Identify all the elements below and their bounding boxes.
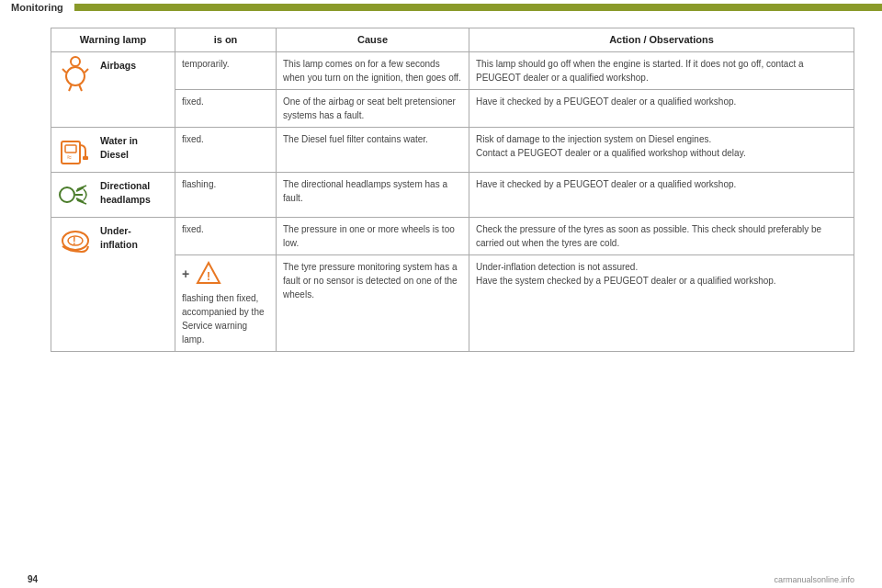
svg-line-5 [79,85,82,91]
action-cell: Risk of damage to the injection system o… [469,128,854,173]
cause-cell: The Diesel fuel filter contains water. [277,128,469,173]
page-number: 94 [28,574,38,584]
lamp-cell-directional: Directionalheadlamps [51,173,175,218]
lamp-label-water-diesel: Water in Diesel [100,132,168,161]
lamp-label-directional: Directionalheadlamps [100,177,151,206]
ison-cell: flashing. [175,173,277,218]
action-cell: Have it checked by a PEUGEOT dealer or a… [469,90,854,128]
ison-cell: temporarily. [175,52,277,90]
svg-line-4 [69,85,72,91]
table-row: ! Under-inflation fixed. The pressure in… [51,218,854,255]
ison-cell: fixed. [175,128,277,173]
col-header-lamp: Warning lamp [51,28,175,52]
directional-headlamps-icon [58,177,93,212]
action-cell: This lamp should go off when the engine … [469,52,854,90]
cause-cell: This lamp comes on for a few seconds whe… [277,52,469,90]
svg-rect-7 [65,145,76,153]
lamp-cell-airbags: Airbags [51,52,175,128]
svg-text:≈: ≈ [67,153,72,162]
header-accent-bar [74,4,882,11]
cause-cell: The tyre pressure monitoring system has … [277,255,469,352]
svg-text:!: ! [207,270,210,283]
lamp-label-underinflation: Under-inflation [100,222,168,251]
ison-cell-underinflation-2: + ! flashing then fixed, accompanied by … [175,255,277,352]
svg-line-3 [85,69,88,73]
svg-point-10 [60,187,74,202]
warning-lamp-table: Warning lamp is on Cause Action / Observ… [51,28,854,352]
svg-text:!: ! [73,235,76,246]
action-cell: Under-inflation detection is not assured… [469,255,854,352]
col-header-ison: is on [175,28,277,52]
col-header-action: Action / Observations [469,28,854,52]
svg-line-2 [62,69,66,73]
main-content: Warning lamp is on Cause Action / Observ… [51,28,854,570]
underinflation-icon: ! [58,222,93,257]
page-title: Monitoring [0,0,74,17]
col-header-cause: Cause [277,28,469,52]
cause-cell: One of the airbag or seat belt pretensio… [277,90,469,128]
action-cell: Have it checked by a PEUGEOT dealer or a… [469,173,854,218]
warning-triangle-icon: ! [195,260,222,288]
lamp-cell-underinflation: ! Under-inflation [51,218,175,352]
table-row: Airbags temporarily. This lamp comes on … [51,52,854,90]
table-row: ≈ Water in Diesel fixed. The Diesel fuel… [51,128,854,173]
lamp-label-airbags: Airbags [100,57,136,73]
ison-cell: fixed. [175,218,277,255]
lamp-cell-water-diesel: ≈ Water in Diesel [51,128,175,173]
action-cell: Check the pressure of the tyres as soon … [469,218,854,255]
svg-rect-8 [83,156,88,160]
table-row: Directionalheadlamps flashing. The direc… [51,173,854,218]
footer-brand: carmanualsonline.info [774,575,854,584]
plus-sign: + [182,266,189,284]
water-diesel-icon: ≈ [58,132,93,167]
cause-cell: The pressure in one or more wheels is to… [277,218,469,255]
svg-point-1 [66,67,85,85]
svg-point-0 [71,57,80,66]
ison-cell: fixed. [175,90,277,128]
airbag-icon [58,57,93,92]
cause-cell: The directional headlamps system has a f… [277,173,469,218]
